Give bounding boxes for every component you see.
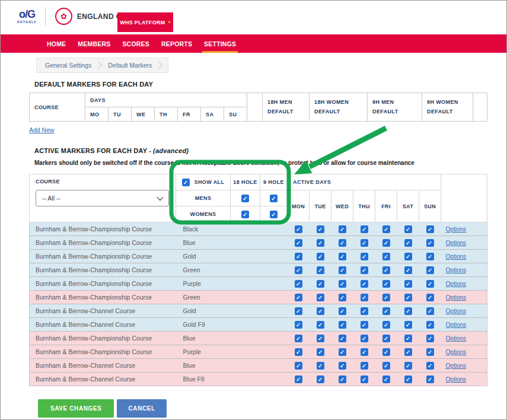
day-checkbox[interactable] — [295, 225, 302, 233]
options-link[interactable]: Options — [446, 335, 466, 342]
cancel-button[interactable]: CANCEL — [117, 399, 166, 418]
day-checkbox[interactable] — [361, 362, 368, 370]
day-checkbox[interactable] — [426, 307, 434, 315]
day-checkbox[interactable] — [382, 280, 390, 288]
day-checkbox[interactable] — [404, 376, 412, 383]
day-checkbox[interactable] — [317, 362, 324, 370]
day-checkbox[interactable] — [404, 348, 412, 356]
nav-item-scores[interactable]: SCORES — [120, 34, 151, 53]
day-checkbox[interactable] — [361, 348, 368, 356]
day-checkbox[interactable] — [339, 348, 346, 356]
day-checkbox[interactable] — [317, 280, 324, 288]
day-checkbox[interactable] — [382, 348, 390, 356]
day-checkbox[interactable] — [382, 376, 390, 383]
day-checkbox[interactable] — [361, 225, 368, 233]
day-checkbox[interactable] — [426, 362, 434, 370]
day-checkbox[interactable] — [361, 321, 368, 329]
day-checkbox[interactable] — [361, 376, 368, 383]
nav-item-reports[interactable]: REPORTS — [160, 34, 194, 53]
day-checkbox[interactable] — [295, 253, 302, 260]
show-all-checkbox[interactable] — [182, 179, 190, 186]
day-checkbox[interactable] — [404, 307, 412, 315]
day-checkbox[interactable] — [382, 294, 390, 301]
day-checkbox[interactable] — [382, 225, 390, 233]
day-checkbox[interactable] — [426, 335, 434, 342]
day-checkbox[interactable] — [361, 253, 368, 260]
day-checkbox[interactable] — [382, 335, 390, 342]
day-checkbox[interactable] — [404, 280, 412, 288]
day-checkbox[interactable] — [404, 239, 412, 247]
day-checkbox[interactable] — [317, 348, 324, 356]
day-checkbox[interactable] — [339, 335, 346, 342]
day-checkbox[interactable] — [339, 266, 346, 274]
day-checkbox[interactable] — [339, 239, 346, 247]
day-checkbox[interactable] — [295, 266, 302, 274]
day-checkbox[interactable] — [295, 280, 302, 288]
options-link[interactable]: Options — [446, 362, 466, 369]
day-checkbox[interactable] — [382, 307, 390, 315]
day-checkbox[interactable] — [317, 253, 324, 260]
day-checkbox[interactable] — [382, 239, 390, 247]
day-checkbox[interactable] — [339, 376, 346, 383]
nav-item-settings[interactable]: SETTINGS — [202, 34, 238, 53]
breadcrumb-general-settings[interactable]: General Settings — [45, 62, 91, 69]
options-link[interactable]: Options — [446, 294, 466, 301]
nav-item-home[interactable]: HOME — [45, 34, 68, 53]
day-checkbox[interactable] — [295, 307, 302, 315]
day-checkbox[interactable] — [361, 307, 368, 315]
day-checkbox[interactable] — [317, 225, 324, 233]
day-checkbox[interactable] — [295, 362, 302, 370]
mens-18hole-checkbox[interactable] — [241, 195, 249, 202]
day-checkbox[interactable] — [404, 321, 412, 329]
womens-9hole-checkbox[interactable] — [270, 211, 278, 218]
day-checkbox[interactable] — [295, 335, 302, 342]
day-checkbox[interactable] — [404, 335, 412, 342]
options-link[interactable]: Options — [446, 240, 466, 246]
day-checkbox[interactable] — [361, 266, 368, 274]
day-checkbox[interactable] — [317, 307, 324, 315]
save-changes-button[interactable]: SAVE CHANGES — [38, 399, 114, 418]
mens-9hole-checkbox[interactable] — [270, 195, 278, 202]
day-checkbox[interactable] — [426, 225, 434, 233]
day-checkbox[interactable] — [361, 239, 368, 247]
day-checkbox[interactable] — [361, 335, 368, 342]
day-checkbox[interactable] — [426, 253, 434, 260]
womens-18hole-checkbox[interactable] — [241, 211, 249, 218]
options-link[interactable]: Options — [446, 226, 466, 233]
day-checkbox[interactable] — [295, 321, 302, 329]
day-checkbox[interactable] — [317, 239, 324, 247]
options-link[interactable]: Options — [446, 253, 466, 260]
options-link[interactable]: Options — [446, 376, 466, 383]
day-checkbox[interactable] — [382, 266, 390, 274]
day-checkbox[interactable] — [426, 239, 434, 247]
day-checkbox[interactable] — [339, 225, 346, 233]
day-checkbox[interactable] — [404, 362, 412, 370]
day-checkbox[interactable] — [404, 253, 412, 260]
options-link[interactable]: Options — [446, 308, 466, 314]
course-filter-select[interactable]: -- All -- — [36, 190, 169, 206]
day-checkbox[interactable] — [339, 307, 346, 315]
add-new-link[interactable]: Add New — [29, 126, 55, 133]
day-checkbox[interactable] — [361, 294, 368, 301]
day-checkbox[interactable] — [426, 266, 434, 274]
day-checkbox[interactable] — [295, 348, 302, 356]
day-checkbox[interactable] — [339, 321, 346, 329]
day-checkbox[interactable] — [426, 321, 434, 329]
day-checkbox[interactable] — [295, 376, 302, 383]
options-link[interactable]: Options — [446, 322, 466, 328]
day-checkbox[interactable] — [317, 376, 324, 383]
day-checkbox[interactable] — [426, 348, 434, 356]
day-checkbox[interactable] — [339, 362, 346, 370]
day-checkbox[interactable] — [339, 280, 346, 288]
day-checkbox[interactable] — [317, 294, 324, 301]
day-checkbox[interactable] — [295, 239, 302, 247]
day-checkbox[interactable] — [317, 335, 324, 342]
options-link[interactable]: Options — [446, 281, 466, 287]
day-checkbox[interactable] — [382, 321, 390, 329]
day-checkbox[interactable] — [404, 225, 412, 233]
day-checkbox[interactable] — [317, 321, 324, 329]
breadcrumb-default-markers[interactable]: Default Markers — [108, 62, 152, 69]
day-checkbox[interactable] — [426, 280, 434, 288]
day-checkbox[interactable] — [339, 294, 346, 301]
day-checkbox[interactable] — [426, 294, 434, 301]
